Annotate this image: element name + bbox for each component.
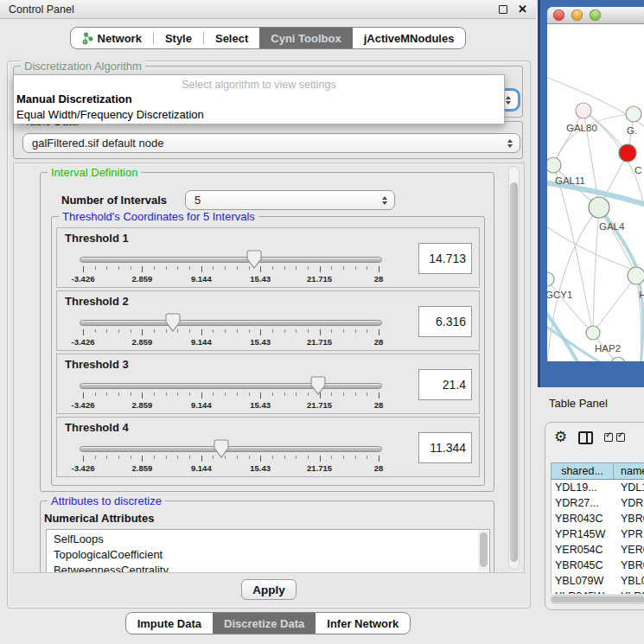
- dropdown-option-manual-discretization[interactable]: Manual Discretization: [14, 92, 504, 107]
- table-row[interactable]: YDR27...YDR27: [552, 495, 644, 511]
- group-title: Threshold's Coordinates for 5 Intervals: [59, 210, 258, 223]
- tab-infer-network[interactable]: Infer Network: [316, 613, 410, 634]
- table-horizontal-scrollbar[interactable]: [550, 595, 644, 604]
- checkbox-checked-icon[interactable]: [616, 433, 625, 442]
- checkbox-checked-icon[interactable]: [604, 433, 613, 442]
- tab-network[interactable]: Network: [71, 28, 153, 48]
- threshold-row: Threshold 1 -3.4262.8599.14415.4321.7152…: [56, 227, 480, 288]
- threshold-slider[interactable]: -3.4262.8599.14415.4321.71528: [80, 379, 382, 411]
- list-scrollbar[interactable]: [478, 531, 488, 573]
- slider-track[interactable]: [80, 320, 382, 326]
- tab-label: Impute Data: [137, 617, 201, 630]
- network-node[interactable]: [611, 357, 625, 361]
- tab-discretize-data[interactable]: Discretize Data: [213, 613, 316, 634]
- network-node[interactable]: [628, 267, 644, 284]
- list-item[interactable]: SelfLoops: [54, 532, 489, 547]
- list-scrollbar-thumb[interactable]: [480, 532, 488, 567]
- interval-definition-group: Interval Definition Number of Intervals …: [40, 172, 494, 492]
- close-icon[interactable]: ✕: [518, 5, 527, 14]
- network-icon: [82, 32, 93, 45]
- network-node[interactable]: [619, 144, 636, 162]
- dropdown-option-equal-width-frequency[interactable]: Equal Width/Frequency Discretization: [14, 107, 504, 123]
- group-title: Attributes to discretize: [48, 494, 165, 507]
- split-columns-icon[interactable]: [578, 431, 593, 444]
- control-panel: Control Panel ✕ Network: [0, 0, 536, 644]
- node-attribute-table: shared... name YDL19...YDL19YDR27...YDR2…: [551, 462, 644, 594]
- tab-label: Infer Network: [327, 617, 399, 630]
- tab-jactivemnodules[interactable]: jActiveMNodules: [353, 28, 466, 48]
- table-row[interactable]: YLR345WYLR345W: [552, 589, 644, 594]
- threshold-value-field[interactable]: 14.713: [418, 243, 472, 274]
- slider-ticks: [83, 456, 379, 462]
- panel-scrollbar[interactable]: [508, 166, 520, 570]
- threshold-value-field[interactable]: 21.4: [418, 369, 472, 400]
- attributes-group: Attributes to discretize Numerical Attri…: [40, 501, 494, 573]
- dropdown-hint: Select algorithm to view settings: [14, 75, 504, 92]
- table-row[interactable]: YBL079WYBL079W: [552, 573, 644, 589]
- threshold-label: Threshold 2: [65, 295, 129, 308]
- threshold-slider[interactable]: -3.4262.8599.14415.4321.71528: [80, 316, 382, 348]
- network-node[interactable]: [589, 197, 609, 218]
- table-row[interactable]: YPR145WYPR145W: [552, 526, 644, 542]
- threshold-value-field[interactable]: 11.344: [418, 432, 472, 463]
- gear-icon[interactable]: ⚙: [554, 430, 567, 445]
- float-window-icon[interactable]: [499, 5, 507, 14]
- application-window: Control Panel ✕ Network: [0, 0, 644, 644]
- column-header-shared-name[interactable]: shared...: [552, 463, 614, 479]
- tab-impute-data[interactable]: Impute Data: [126, 613, 213, 634]
- slider-ticks: [83, 329, 379, 336]
- tab-label: Select: [215, 32, 248, 45]
- threshold-rows: Threshold 1 -3.4262.8599.14415.4321.7152…: [56, 227, 480, 480]
- network-node[interactable]: [547, 272, 554, 286]
- list-item[interactable]: TopologicalCoefficient: [54, 547, 489, 563]
- network-node[interactable]: [626, 106, 641, 122]
- mac-close-button[interactable]: [553, 10, 564, 21]
- network-window: GAL80G.GAL11CGAL4GCY1HHAP2: [538, 0, 644, 387]
- tab-select[interactable]: Select: [204, 28, 259, 48]
- threshold-slider[interactable]: -3.4262.8599.14415.4321.71528: [80, 252, 382, 285]
- panel-scrollbar-thumb[interactable]: [510, 182, 518, 562]
- network-window-titlebar[interactable]: [547, 7, 644, 24]
- num-intervals-label: Number of Intervals: [61, 194, 167, 207]
- table-panel: ⚙ shared... name YDL19...YDL19YDR27...YD…: [545, 422, 644, 610]
- column-header-name[interactable]: name: [614, 463, 644, 479]
- slider-tick-labels: -3.4262.8599.14415.4321.71528: [83, 274, 379, 284]
- group-title: Discretization Algorithm: [21, 60, 145, 73]
- list-item[interactable]: BetweennessCentrality: [54, 563, 489, 573]
- table-row[interactable]: YBR043CYBR043C: [552, 511, 644, 526]
- control-panel-tabbar: Network Style Select Cyni Toolbox jActiv…: [0, 27, 536, 49]
- slider-track[interactable]: [80, 383, 382, 389]
- threshold-slider[interactable]: -3.4262.8599.14415.4321.71528: [80, 442, 382, 475]
- table-row[interactable]: YBR045CYBR045C: [552, 558, 644, 573]
- network-node-label: H: [639, 290, 644, 300]
- network-node-label: HAP2: [595, 343, 621, 354]
- mac-zoom-button[interactable]: [590, 10, 601, 21]
- tab-style[interactable]: Style: [154, 28, 203, 48]
- apply-button[interactable]: Apply: [241, 579, 296, 600]
- tab-label: Cyni Toolbox: [271, 32, 341, 45]
- threshold-value-field[interactable]: 6.316: [418, 306, 472, 337]
- control-panel-titlebar: Control Panel ✕: [0, 0, 536, 19]
- mac-minimize-button[interactable]: [571, 10, 583, 21]
- spinner-icon: [507, 139, 513, 148]
- network-node-label: GAL11: [555, 175, 585, 186]
- network-node[interactable]: [576, 103, 591, 118]
- slider-track[interactable]: [80, 446, 382, 452]
- network-node[interactable]: [547, 157, 561, 173]
- num-intervals-combo[interactable]: 5: [185, 190, 395, 210]
- network-node-label: GAL4: [599, 221, 625, 232]
- numerical-attributes-list[interactable]: SelfLoopsTopologicalCoefficientBetweenne…: [46, 529, 490, 573]
- network-node-label: GCY1: [547, 290, 572, 300]
- network-canvas[interactable]: GAL80G.GAL11CGAL4GCY1HHAP2: [547, 24, 644, 361]
- tab-cyni-toolbox[interactable]: Cyni Toolbox: [259, 28, 352, 48]
- node-table-body: YDL19...YDL19YDR27...YDR27YBR043CYBR043C…: [551, 480, 644, 594]
- slider-track[interactable]: [80, 257, 382, 263]
- table-scrollbar-thumb[interactable]: [552, 596, 644, 603]
- tab-label: Discretize Data: [224, 617, 304, 630]
- table-data-combo[interactable]: galFiltered.sif default node: [22, 133, 520, 153]
- table-row[interactable]: YER054CYER054C: [552, 542, 644, 558]
- network-node[interactable]: [586, 326, 600, 340]
- spinner-icon: [382, 196, 387, 205]
- table-row[interactable]: YDL19...YDL19: [552, 480, 644, 495]
- group-title: Interval Definition: [48, 166, 141, 179]
